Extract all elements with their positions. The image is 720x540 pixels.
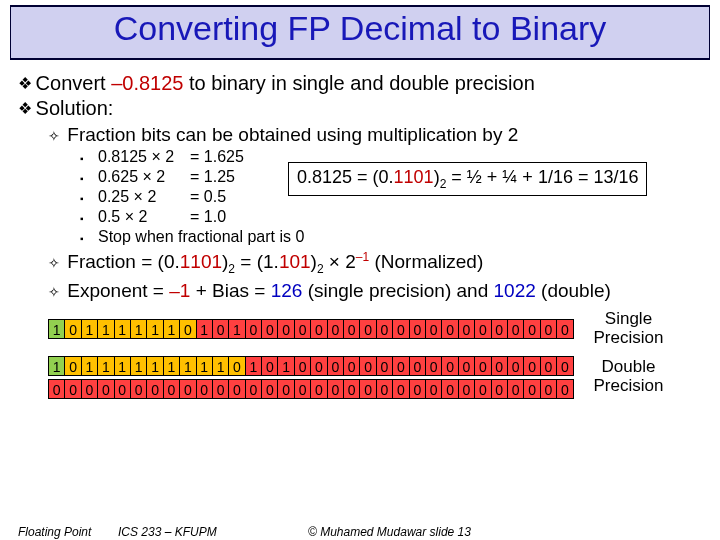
bit-cell: 0 [508, 379, 524, 399]
bit-cell: 0 [262, 356, 278, 376]
bit-cell: 0 [65, 356, 81, 376]
bit-cell: 0 [311, 379, 327, 399]
bit-cell: 0 [442, 379, 458, 399]
bit-cell: 0 [557, 356, 573, 376]
bit-cell: 0 [541, 356, 557, 376]
bit-cell: 0 [492, 379, 508, 399]
bit-cell: 0 [459, 319, 475, 339]
bit-cell: 0 [262, 379, 278, 399]
bit-cell: 0 [82, 379, 98, 399]
bit-cell: 0 [278, 379, 294, 399]
bit-cell: 0 [164, 379, 180, 399]
bit-cell: 0 [147, 379, 163, 399]
bit-cell: 1 [197, 319, 213, 339]
bit-cell: 0 [393, 356, 409, 376]
stop-line: ▪ Stop when fractional part is 0 [80, 228, 702, 246]
page-title: Converting FP Decimal to Binary [11, 7, 709, 58]
bit-cell: 0 [475, 379, 491, 399]
bit-cell: 0 [492, 319, 508, 339]
diamond-icon: ✧ [48, 255, 62, 271]
bit-cell: 1 [147, 319, 163, 339]
square-icon: ▪ [80, 233, 98, 244]
multiplication-steps: ▪0.8125 × 2= 1.625▪0.625 × 2= 1.25▪0.25 … [18, 148, 702, 246]
bit-cell: 0 [344, 319, 360, 339]
bit-cell: 0 [377, 379, 393, 399]
bit-cell: 0 [360, 356, 376, 376]
diamond-icon: ✧ [48, 284, 62, 300]
square-icon: ▪ [80, 193, 98, 204]
bit-cell: 0 [131, 379, 147, 399]
bit-cell: 0 [557, 379, 573, 399]
bit-cell: 0 [295, 379, 311, 399]
bit-cell: 0 [524, 379, 540, 399]
bit-cell: 0 [229, 379, 245, 399]
footer-mid: ICS 233 – KFUPM [118, 525, 278, 539]
bit-cell: 0 [508, 356, 524, 376]
bit-cell: 0 [344, 379, 360, 399]
bit-cell: 0 [541, 319, 557, 339]
bit-cell: 1 [229, 319, 245, 339]
double-precision-row: 10111111111010100000000000000000 0000000… [48, 356, 574, 399]
bit-cell: 0 [65, 379, 81, 399]
sub-bullet-exponent: ✧ Exponent = –1 + Bias = 126 (single pre… [48, 280, 702, 302]
square-icon: ▪ [80, 213, 98, 224]
bit-cell: 0 [393, 379, 409, 399]
bit-cell: 0 [328, 379, 344, 399]
square-icon: ▪ [80, 153, 98, 164]
bit-cell: 0 [295, 356, 311, 376]
boxed-equation: 0.8125 = (0.1101)2 = ½ + ¼ + 1/16 = 13/1… [288, 162, 647, 196]
bullet-convert: ❖ Convert –0.8125 to binary in single an… [18, 72, 702, 95]
footer: Floating Point ICS 233 – KFUPM © Muhamed… [18, 525, 702, 539]
bit-cell: 1 [49, 319, 65, 339]
bit-cell: 0 [246, 319, 262, 339]
single-label: SinglePrecision [594, 310, 664, 347]
bit-cell: 0 [246, 379, 262, 399]
bit-cell: 0 [98, 379, 114, 399]
bit-cell: 1 [164, 356, 180, 376]
bit-cell: 0 [410, 319, 426, 339]
bit-cell: 1 [115, 319, 131, 339]
bit-cell: 0 [197, 379, 213, 399]
bit-cell: 1 [98, 356, 114, 376]
bit-cell: 1 [246, 356, 262, 376]
bullet-solution: ❖ Solution: [18, 97, 702, 120]
bit-cell: 1 [180, 356, 196, 376]
double-label: DoublePrecision [594, 358, 664, 395]
bit-cell: 1 [98, 319, 114, 339]
sub-bullet-fraction-bits: ✧ Fraction bits can be obtained using mu… [48, 124, 702, 146]
bit-cell: 1 [115, 356, 131, 376]
bit-cell: 0 [360, 319, 376, 339]
bit-cell: 0 [410, 379, 426, 399]
bit-cell: 0 [442, 319, 458, 339]
bit-cell: 0 [311, 319, 327, 339]
bit-cell: 1 [82, 319, 98, 339]
bit-cell: 0 [492, 356, 508, 376]
bit-cell: 0 [377, 356, 393, 376]
single-precision-row: 10111111010100000000000000000000 SingleP… [48, 310, 702, 347]
bit-cell: 0 [508, 319, 524, 339]
bit-cell: 0 [459, 356, 475, 376]
bit-cell: 1 [197, 356, 213, 376]
bit-cell: 0 [524, 356, 540, 376]
bit-cell: 0 [410, 356, 426, 376]
bit-cell: 0 [426, 379, 442, 399]
diamond-icon: ✧ [48, 128, 62, 144]
bit-cell: 0 [360, 379, 376, 399]
bit-cell: 0 [180, 319, 196, 339]
bit-cell: 0 [229, 356, 245, 376]
bit-cell: 0 [541, 379, 557, 399]
bit-cell: 1 [82, 356, 98, 376]
bit-cell: 0 [442, 356, 458, 376]
bit-cell: 0 [344, 356, 360, 376]
bit-cell: 0 [475, 356, 491, 376]
mult-step: ▪0.5 × 2= 1.0 [80, 208, 702, 226]
footer-left: Floating Point [18, 525, 118, 539]
bit-cell: 0 [377, 319, 393, 339]
bit-cell: 0 [475, 319, 491, 339]
bit-cell: 0 [295, 319, 311, 339]
bit-cell: 1 [131, 319, 147, 339]
square-icon: ▪ [80, 173, 98, 184]
bit-cell: 0 [213, 379, 229, 399]
bit-cell: 0 [328, 319, 344, 339]
bit-cell: 0 [426, 356, 442, 376]
